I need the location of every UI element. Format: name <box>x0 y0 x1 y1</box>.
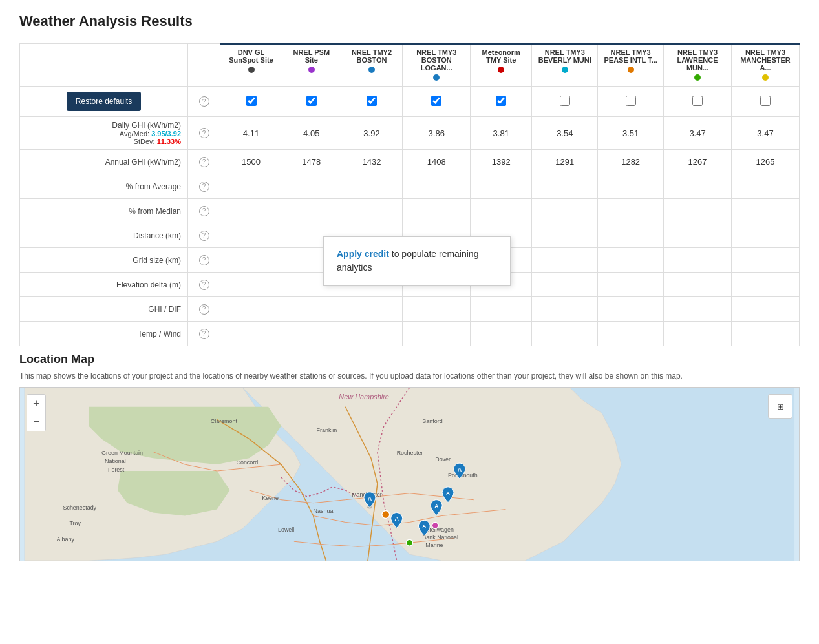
analysis-table: DNV GL SunSpot Site NREL PSM Site NREL T… <box>19 43 800 346</box>
map-section: Location Map This map shows the location… <box>19 353 800 561</box>
cell-r2-c3 <box>403 174 471 199</box>
col-header-nrel_psm: NREL PSM Site <box>282 44 341 87</box>
row-question-icon-8[interactable]: ? <box>199 329 209 339</box>
svg-text:A: A <box>368 495 372 502</box>
row-question-icon-1[interactable]: ? <box>199 157 209 167</box>
checkbox-cell-nrel_manchester <box>731 87 799 117</box>
checkbox-cell-nrel_tmy3_boston <box>403 87 471 117</box>
question-1: ? <box>188 150 220 174</box>
row-question-icon-3[interactable]: ? <box>199 206 209 216</box>
cell-r8-c8 <box>731 322 799 346</box>
restore-question-icon[interactable]: ? <box>199 96 209 107</box>
cell-r3-c4 <box>471 199 532 223</box>
cell-r1-c2: 1432 <box>341 150 403 174</box>
cell-r3-c5 <box>532 199 598 223</box>
map-svg: New Hampshire Claremont Franklin Sanford… <box>20 388 799 561</box>
cell-r3-c6 <box>598 199 664 223</box>
checkbox-nrel_beverly[interactable] <box>560 96 570 106</box>
svg-text:Albany: Albany <box>57 536 75 543</box>
avg-med-label: Avg/Med: 3.95/3.92 <box>27 130 181 138</box>
cell-r7-c6 <box>598 297 664 322</box>
row-label-7: GHI / DIF <box>148 305 181 314</box>
restore-defaults-button[interactable]: Restore defaults <box>67 92 141 111</box>
cell-r0-c4: 3.81 <box>471 117 532 150</box>
question-restore: ? <box>188 87 220 117</box>
page-title: Weather Analysis Results <box>19 13 800 30</box>
checkbox-nrel_lawrence[interactable] <box>692 96 703 106</box>
cell-r1-c8: 1265 <box>731 150 799 174</box>
svg-text:Troy: Troy <box>69 520 81 526</box>
checkbox-nrel_psm[interactable] <box>306 96 317 106</box>
row-question-icon-5[interactable]: ? <box>199 255 209 265</box>
checkbox-cell-nrel_beverly <box>532 87 598 117</box>
cell-r7-c5 <box>532 297 598 322</box>
cell-r5-c8 <box>731 248 799 273</box>
svg-text:Claremont: Claremont <box>211 418 238 424</box>
apply-credit-link[interactable]: Apply credit <box>337 249 389 259</box>
cell-r6-c6 <box>598 273 664 297</box>
restore-cell: Restore defaults <box>20 87 188 117</box>
svg-text:Forest: Forest <box>108 466 125 473</box>
zoom-in-button[interactable]: + <box>27 395 45 413</box>
col-header-nrel_tmy3_boston: NREL TMY3 BOSTON LOGAN... <box>403 44 471 87</box>
cell-r1-c4: 1392 <box>471 150 532 174</box>
checkbox-cell-meteonorm <box>471 87 532 117</box>
svg-text:A: A <box>422 523 427 530</box>
svg-text:Sanford: Sanford <box>422 418 442 424</box>
cell-r2-c4 <box>471 174 532 199</box>
cell-r7-c8 <box>731 297 799 322</box>
svg-text:Bank National: Bank National <box>422 534 458 541</box>
row-question-icon-7[interactable]: ? <box>199 304 209 315</box>
cell-r1-c0: 1500 <box>220 150 282 174</box>
row-label-5: Grid size (km) <box>133 256 181 265</box>
question-4: ? <box>188 223 220 248</box>
cell-r3-c8 <box>731 199 799 223</box>
checkbox-meteonorm[interactable] <box>496 96 506 106</box>
stdev-label: StDev: 11.33% <box>27 138 181 145</box>
col-header-dnvgl: DNV GL SunSpot Site <box>220 44 282 87</box>
svg-text:Schenectady: Schenectady <box>63 504 97 511</box>
checkbox-nrel_tmy2[interactable] <box>367 96 377 106</box>
page: Weather Analysis Results DNV GL SunSpot … <box>0 0 819 644</box>
map-layers-button[interactable]: ⊞ <box>768 394 792 419</box>
map-container: New Hampshire Claremont Franklin Sanford… <box>19 387 800 561</box>
svg-point-34 <box>432 522 438 528</box>
row-label-2: % from Average <box>126 182 181 191</box>
checkbox-cell-nrel_psm <box>282 87 341 117</box>
cell-r2-c8 <box>731 174 799 199</box>
row-question-icon-2[interactable]: ? <box>199 182 209 192</box>
svg-text:A: A <box>458 466 462 473</box>
cell-r6-c5 <box>532 273 598 297</box>
zoom-out-button[interactable]: − <box>27 413 45 431</box>
map-title: Location Map <box>19 353 800 366</box>
cell-r3-c0 <box>220 199 282 223</box>
checkbox-nrel_pease[interactable] <box>626 96 636 106</box>
checkbox-nrel_tmy3_boston[interactable] <box>431 96 441 106</box>
cell-r2-c1 <box>282 174 341 199</box>
cell-r6-c7 <box>664 273 732 297</box>
cell-r4-c7 <box>664 223 732 248</box>
row-question-icon-0[interactable]: ? <box>199 128 209 138</box>
svg-text:Concord: Concord <box>237 459 259 466</box>
cell-r7-c7 <box>664 297 732 322</box>
checkbox-cell-dnvgl <box>220 87 282 117</box>
cell-r6-c8 <box>731 273 799 297</box>
row-label-1: Annual GHI (kWh/m2) <box>105 158 181 167</box>
checkbox-dnvgl[interactable] <box>246 96 257 106</box>
svg-point-35 <box>407 539 413 546</box>
checkbox-nrel_manchester[interactable] <box>760 96 771 106</box>
cell-r8-c2 <box>341 322 403 346</box>
cell-r8-c0 <box>220 322 282 346</box>
row-question-icon-4[interactable]: ? <box>199 231 209 241</box>
question-8: ? <box>188 322 220 346</box>
row-question-icon-6[interactable]: ? <box>199 280 209 290</box>
cell-r4-c8 <box>731 223 799 248</box>
cell-r5-c0 <box>220 248 282 273</box>
svg-text:Franklin: Franklin <box>317 427 337 433</box>
col-header-nrel_pease: NREL TMY3 PEASE INTL T... <box>598 44 664 87</box>
cell-r3-c2 <box>341 199 403 223</box>
col-header-nrel_tmy2: NREL TMY2 BOSTON <box>341 44 403 87</box>
col-header-nrel_manchester: NREL TMY3 MANCHESTER A... <box>731 44 799 87</box>
svg-text:A: A <box>446 490 451 497</box>
cell-r5-c5 <box>532 248 598 273</box>
